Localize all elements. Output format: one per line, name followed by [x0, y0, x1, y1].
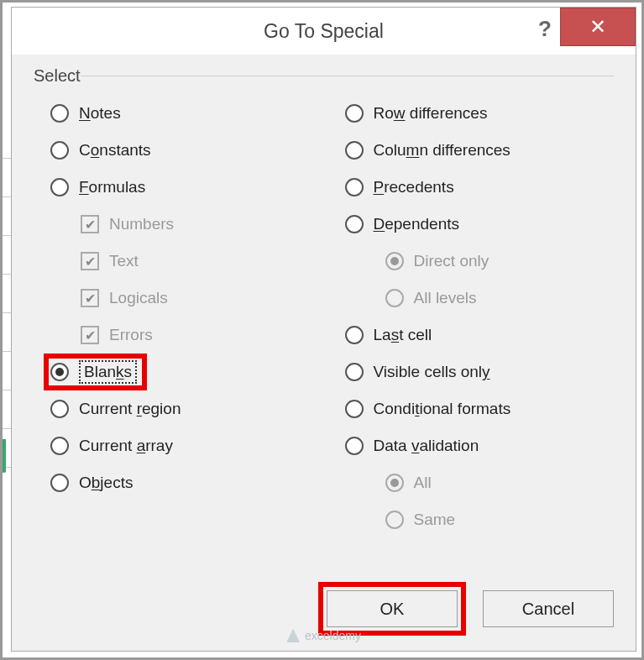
- right-column: Row differences Column differences Prece…: [328, 95, 615, 538]
- check-label: Errors: [109, 326, 153, 344]
- dialog-buttons: OK Cancel: [318, 582, 614, 636]
- ok-button[interactable]: OK: [327, 590, 458, 627]
- radio-label: Direct only: [414, 252, 490, 270]
- radio-icon: [345, 141, 364, 160]
- options-columns: Notes Constants Formulas ✔ Numbers: [34, 95, 614, 538]
- radio-label: Current array: [79, 437, 173, 455]
- radio-label: Current region: [79, 400, 181, 418]
- radio-blanks-row[interactable]: Blanks: [34, 354, 320, 390]
- screenshot-frame: Go To Special ? ✕ Select Notes Constants: [0, 0, 644, 660]
- goto-special-dialog: Go To Special ? ✕ Select Notes Constants: [11, 7, 636, 652]
- titlebar: Go To Special ? ✕: [12, 8, 636, 55]
- radio-icon: [345, 326, 364, 344]
- radio-conditional-formats[interactable]: Conditional formats: [328, 390, 615, 427]
- radio-icon: [385, 474, 404, 492]
- radio-icon: [345, 437, 364, 455]
- check-errors: ✔ Errors: [34, 317, 320, 354]
- checkbox-icon: ✔: [81, 326, 99, 344]
- radio-icon: [345, 215, 364, 233]
- radio-last-cell[interactable]: Last cell: [328, 317, 615, 354]
- radio-label: Data validation: [374, 437, 479, 455]
- checkbox-icon: ✔: [81, 215, 99, 233]
- radio-label: All levels: [414, 289, 477, 307]
- radio-label: Precedents: [374, 178, 454, 196]
- radio-icon: [50, 141, 69, 160]
- radio-icon: [345, 400, 364, 418]
- radio-label: Objects: [79, 474, 133, 492]
- check-label: Numbers: [109, 215, 174, 233]
- radio-icon: [50, 474, 69, 492]
- radio-icon: [385, 289, 404, 307]
- radio-icon: [50, 104, 69, 123]
- watermark-icon: [286, 629, 300, 642]
- background-grid-edge: [3, 120, 11, 506]
- dialog-content: Select Notes Constants Formulas: [12, 55, 636, 547]
- radio-current-region[interactable]: Current region: [34, 390, 320, 427]
- radio-label: Visible cells only: [374, 363, 490, 381]
- left-column: Notes Constants Formulas ✔ Numbers: [34, 95, 320, 538]
- dialog-title: Go To Special: [264, 20, 384, 43]
- check-logicals: ✔ Logicals: [34, 280, 320, 317]
- radio-all-levels: All levels: [328, 280, 615, 317]
- radio-icon: [50, 437, 69, 455]
- radio-same: Same: [328, 501, 615, 538]
- group-divider: [81, 76, 614, 76]
- cancel-button[interactable]: Cancel: [483, 590, 614, 627]
- check-text: ✔ Text: [34, 243, 320, 280]
- radio-icon: [345, 363, 364, 381]
- radio-label: Constants: [79, 141, 151, 160]
- radio-icon: [50, 400, 69, 418]
- radio-column-differences[interactable]: Column differences: [328, 132, 615, 169]
- radio-icon: [385, 252, 404, 270]
- radio-label: Blanks: [79, 360, 137, 384]
- check-numbers: ✔ Numbers: [34, 206, 320, 243]
- radio-current-array[interactable]: Current array: [34, 427, 320, 464]
- checkbox-icon: ✔: [81, 289, 99, 307]
- radio-formulas[interactable]: Formulas: [34, 169, 320, 206]
- radio-dependents[interactable]: Dependents: [328, 206, 615, 243]
- check-label: Logicals: [109, 289, 168, 307]
- radio-icon: [385, 511, 404, 529]
- radio-label: All: [414, 474, 432, 492]
- checkbox-icon: ✔: [81, 252, 99, 270]
- highlight-box-ok: OK: [318, 582, 466, 636]
- radio-objects[interactable]: Objects: [34, 464, 320, 501]
- radio-constants[interactable]: Constants: [34, 132, 320, 169]
- radio-precedents[interactable]: Precedents: [328, 169, 615, 206]
- check-label: Text: [109, 252, 139, 270]
- radio-icon: [50, 363, 69, 381]
- radio-label: Same: [414, 511, 456, 529]
- radio-icon: [50, 178, 69, 196]
- radio-visible-cells[interactable]: Visible cells only: [328, 354, 615, 390]
- highlight-box-blanks: Blanks: [44, 354, 147, 390]
- radio-direct-only: Direct only: [328, 243, 615, 280]
- radio-label: Conditional formats: [374, 400, 511, 418]
- close-button[interactable]: ✕: [560, 8, 636, 46]
- radio-label: Notes: [79, 104, 121, 123]
- help-button[interactable]: ?: [538, 16, 552, 42]
- radio-label: Dependents: [374, 215, 459, 233]
- radio-label: Last cell: [374, 326, 432, 344]
- radio-label: Formulas: [79, 178, 145, 196]
- radio-label: Column differences: [374, 141, 510, 160]
- radio-notes[interactable]: Notes: [34, 95, 320, 132]
- radio-data-validation[interactable]: Data validation: [328, 427, 615, 464]
- radio-row-differences[interactable]: Row differences: [328, 95, 615, 132]
- radio-icon: [345, 104, 364, 123]
- radio-icon: [345, 178, 364, 196]
- radio-label: Row differences: [374, 104, 488, 123]
- radio-all: All: [328, 464, 615, 501]
